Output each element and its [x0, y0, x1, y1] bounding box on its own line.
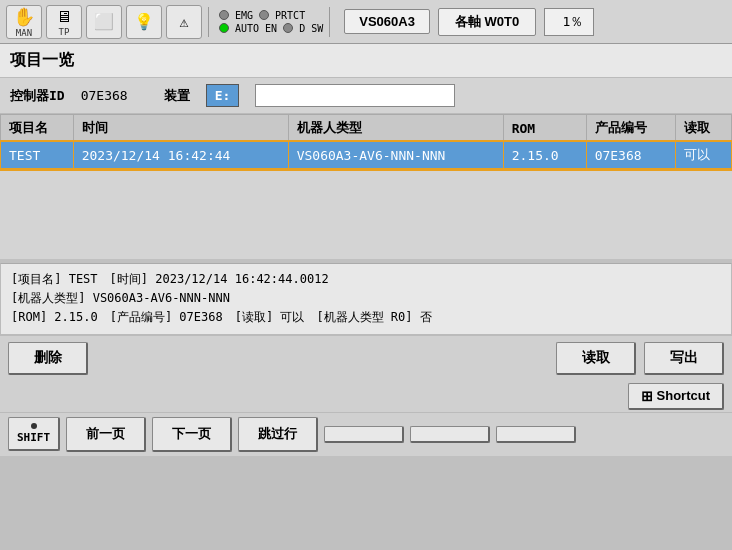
table-cell: VS060A3-AV6-NNN-NNN [288, 142, 503, 169]
auto-en-label: AUTO EN [235, 23, 277, 34]
axis-button[interactable]: 各軸 W0T0 [438, 8, 536, 36]
col-name: 项目名 [1, 115, 74, 142]
shift-button[interactable]: SHIFT [8, 417, 60, 451]
toolbar-separator2 [329, 7, 330, 37]
shortcut-icon: ⊞ [641, 388, 653, 404]
prev-page-button[interactable]: 前一页 [66, 417, 146, 452]
percent-display: 1％ [544, 8, 594, 36]
delete-button[interactable]: 删除 [8, 342, 88, 375]
table-cell: 2023/12/14 16:42:44 [73, 142, 288, 169]
info-box: [项目名] TEST [时间] 2023/12/14 16:42:44.0012… [0, 263, 732, 335]
warning-button[interactable]: ⚠ [166, 5, 202, 39]
table-header-row: 项目名 时间 机器人类型 ROM 产品编号 读取 [1, 115, 732, 142]
emg-led [219, 10, 229, 20]
table-cell: 可以 [676, 142, 732, 169]
col-read: 读取 [676, 115, 732, 142]
auto-status-row: AUTO EN D SW [219, 23, 323, 34]
project-table: 项目名 时间 机器人类型 ROM 产品编号 读取 TEST2023/12/14 … [0, 114, 732, 169]
device-value[interactable]: E: [206, 84, 240, 107]
col-robot-type: 机器人类型 [288, 115, 503, 142]
nav-btn5[interactable] [324, 426, 404, 443]
auto-en-led [219, 23, 229, 33]
shortcut-row: ⊞ Shortcut [0, 381, 732, 412]
col-product-no: 产品编号 [586, 115, 676, 142]
man-button[interactable]: ✋ MAN [6, 5, 42, 39]
shortcut-button[interactable]: ⊞ Shortcut [628, 383, 724, 410]
action-button-row: 删除 读取 写出 [0, 335, 732, 381]
shift-label: SHIFT [17, 431, 50, 444]
table-body: TEST2023/12/14 16:42:44VS060A3-AV6-NNN-N… [1, 142, 732, 169]
read-button[interactable]: 读取 [556, 342, 636, 375]
emg-status-row: EMG PRTCT [219, 10, 323, 21]
next-page-button[interactable]: 下一页 [152, 417, 232, 452]
light-button[interactable]: 💡 [126, 5, 162, 39]
page-title: 项目一览 [0, 44, 732, 78]
d-sw-led [283, 23, 293, 33]
top-toolbar: ✋ MAN 🖥 TP ⬜ 💡 ⚠ EMG PRTCT AUTO EN D SW … [0, 0, 732, 44]
table-empty-area [0, 169, 732, 259]
toolbar-separator [208, 7, 209, 37]
table-cell: TEST [1, 142, 74, 169]
controller-id-value: 07E368 [81, 88, 128, 103]
jump-button[interactable]: 跳过行 [238, 417, 318, 452]
tp-button[interactable]: 🖥 TP [46, 5, 82, 39]
model-button[interactable]: VS060A3 [344, 9, 430, 34]
d-sw-label: D SW [299, 23, 323, 34]
square-button[interactable]: ⬜ [86, 5, 122, 39]
shortcut-label: Shortcut [657, 388, 710, 403]
bottom-nav: SHIFT 前一页 下一页 跳过行 [0, 412, 732, 456]
table-cell: 2.15.0 [503, 142, 586, 169]
nav-btn7[interactable] [496, 426, 576, 443]
nav-btn6[interactable] [410, 426, 490, 443]
write-button[interactable]: 写出 [644, 342, 724, 375]
project-table-wrapper: 项目名 时间 机器人类型 ROM 产品编号 读取 TEST2023/12/14 … [0, 114, 732, 259]
prtct-label: PRTCT [275, 10, 305, 21]
controller-row: 控制器ID 07E368 装置 E: [0, 78, 732, 114]
info-line1: [项目名] TEST [时间] 2023/12/14 16:42:44.0012 [11, 270, 721, 289]
col-rom: ROM [503, 115, 586, 142]
prtct-led [259, 10, 269, 20]
controller-id-label: 控制器ID [10, 87, 65, 105]
table-cell: 07E368 [586, 142, 676, 169]
table-row[interactable]: TEST2023/12/14 16:42:44VS060A3-AV6-NNN-N… [1, 142, 732, 169]
shift-dot [31, 423, 37, 429]
info-line3: [ROM] 2.15.0 [产品编号] 07E368 [读取] 可以 [机器人类… [11, 308, 721, 327]
device-path-input[interactable] [255, 84, 455, 107]
status-panel: EMG PRTCT AUTO EN D SW [219, 10, 323, 34]
col-time: 时间 [73, 115, 288, 142]
emg-label: EMG [235, 10, 253, 21]
device-label: 装置 [164, 87, 190, 105]
info-line2: [机器人类型] VS060A3-AV6-NNN-NNN [11, 289, 721, 308]
